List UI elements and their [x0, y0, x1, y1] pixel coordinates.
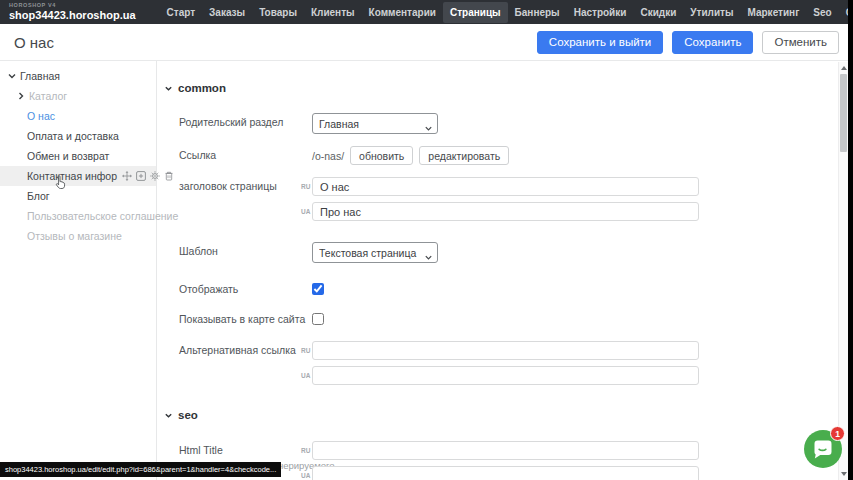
logo[interactable]: HOROSHOP V4 shop34423.horoshop.ua — [0, 1, 146, 23]
menu-item-start[interactable]: Старт — [160, 2, 203, 23]
menu-item-comments[interactable]: Комментарии — [362, 2, 443, 23]
header-buttons: Сохранить и выйти Сохранить Отменить — [537, 31, 839, 54]
menu-item-pages[interactable]: Страницы — [443, 2, 508, 23]
template-row: Шаблон Текстовая страница — [179, 242, 853, 263]
link-label: Ссылка — [179, 146, 312, 165]
menu-item-orders[interactable]: Заказы — [202, 2, 252, 23]
parent-section-select[interactable]: Главная — [312, 113, 438, 134]
main-menu: Старт Заказы Товары Клиенты Комментарии … — [160, 0, 853, 24]
parent-section-row: Родительский раздел Главная — [179, 113, 853, 134]
scrollbar-thumb[interactable] — [840, 74, 847, 152]
alt-link-row: Альтернативная ссылка RU UA — [179, 341, 853, 385]
sidebar-item-kontaktnaya-informatsiya[interactable]: Контактная инфор — [0, 166, 156, 186]
section-header-seo[interactable]: seo — [164, 408, 853, 422]
lang-badge-ua: UA — [301, 466, 312, 480]
save-button[interactable]: Сохранить — [672, 31, 753, 54]
page-edit-form: common Родительский раздел Главная Ссылк… — [157, 61, 853, 480]
chevron-down-icon — [164, 84, 173, 93]
lang-badge-ru: RU — [301, 341, 312, 360]
tree-item-label: Пользовательское соглашение — [27, 210, 178, 222]
tree-item-label: Обмен и возврат — [27, 150, 109, 162]
menu-item-discounts[interactable]: Скидки — [633, 2, 683, 23]
hand-cursor-icon — [54, 175, 68, 190]
sidebar-item-obmen-i-vozvrat[interactable]: Обмен и возврат — [0, 146, 156, 166]
sidebar-item-otzyvy-o-magazine[interactable]: Отзывы о магазине — [0, 226, 156, 246]
parent-section-select-input[interactable]: Главная — [312, 113, 438, 134]
template-label: Шаблон — [179, 242, 312, 261]
topbar: HOROSHOP V4 shop34423.horoshop.ua Старт … — [0, 0, 853, 24]
scroll-up-arrow-icon[interactable] — [841, 66, 847, 70]
page-title-ua-input[interactable] — [312, 202, 699, 221]
tree-item-label: Блог — [27, 190, 50, 202]
html-title-ru-input[interactable] — [312, 441, 699, 460]
menu-item-seo[interactable]: Seo — [806, 2, 838, 23]
chevron-right-icon[interactable] — [16, 91, 26, 101]
menu-item-utilities[interactable]: Утилиты — [683, 2, 740, 23]
edit-link-button[interactable]: редактировать — [419, 146, 509, 165]
sitemap-checkbox[interactable] — [312, 313, 324, 325]
html-title-ua-input[interactable] — [312, 466, 699, 480]
lang-badge-ua: UA — [301, 366, 312, 385]
template-select[interactable]: Текстовая страница — [312, 242, 438, 263]
tree-item-label: Главная — [20, 70, 60, 82]
chat-unread-badge: 1 — [830, 426, 845, 441]
move-icon[interactable] — [122, 171, 132, 181]
alt-link-ua-input[interactable] — [312, 366, 699, 385]
chevron-down-icon[interactable] — [7, 71, 17, 81]
sitemap-label: Показывать в карте сайта — [179, 312, 312, 326]
tree-item-label: Оплата и доставка — [27, 130, 119, 142]
lang-badge-ua: UA — [301, 202, 312, 221]
chevron-down-icon — [164, 411, 173, 420]
parent-section-label: Родительский раздел — [179, 113, 312, 132]
refresh-link-button[interactable]: обновить — [350, 146, 413, 165]
save-and-exit-button[interactable]: Сохранить и выйти — [537, 31, 663, 54]
menu-item-products[interactable]: Товары — [252, 2, 304, 23]
alt-link-ru-input[interactable] — [312, 341, 699, 360]
pages-tree-sidebar: Главная Каталог О нас Оплата и доставка … — [0, 61, 157, 480]
sidebar-item-polzovatelskoe-soglashenie[interactable]: Пользовательское соглашение — [0, 206, 156, 226]
section-title: seo — [178, 409, 198, 421]
chat-widget[interactable]: 1 — [804, 430, 842, 468]
section-title: common — [178, 82, 226, 94]
scroll-down-arrow-icon[interactable] — [841, 472, 847, 476]
template-select-input[interactable]: Текстовая страница — [312, 242, 438, 263]
link-path-value: /o-nas/ — [312, 150, 344, 162]
status-url: shop34423.horoshop.ua/edit/edit.php?id=6… — [0, 462, 281, 477]
page-title-label: заголовок страницы — [179, 177, 301, 196]
tree-item-label: О нас — [27, 110, 55, 122]
page-title-ru-input[interactable] — [312, 177, 699, 196]
display-checkbox[interactable] — [312, 283, 324, 295]
section-header-common[interactable]: common — [164, 81, 853, 95]
logo-domain: shop34423.horoshop.ua — [9, 10, 136, 21]
page-title: О нас — [14, 34, 54, 51]
display-label: Отображать — [179, 282, 312, 296]
tree-item-label: Каталог — [29, 90, 67, 102]
cancel-button[interactable]: Отменить — [762, 31, 839, 54]
sidebar-item-glavnaya[interactable]: Главная — [0, 66, 156, 86]
link-row: Ссылка /o-nas/ обновить редактировать — [179, 146, 853, 165]
logo-version: HOROSHOP V4 — [9, 3, 136, 9]
sidebar-item-katalog[interactable]: Каталог — [0, 86, 156, 106]
menu-item-settings[interactable]: Настройки — [567, 2, 634, 23]
lang-badge-ru: RU — [301, 441, 312, 460]
vertical-scrollbar[interactable] — [838, 62, 848, 480]
sitemap-row: Показывать в карте сайта — [179, 312, 853, 326]
menu-item-banners[interactable]: Баннеры — [508, 2, 567, 23]
html-title-label: Html Title — [179, 444, 301, 458]
page-header: О нас Сохранить и выйти Сохранить Отмени… — [0, 24, 853, 61]
menu-item-clients[interactable]: Клиенты — [304, 2, 362, 23]
alt-link-label: Альтернативная ссылка — [179, 341, 301, 360]
app-window: HOROSHOP V4 shop34423.horoshop.ua Старт … — [0, 0, 853, 480]
page-title-row: заголовок страницы RU UA — [179, 177, 853, 221]
sidebar-item-oplata-i-dostavka[interactable]: Оплата и доставка — [0, 126, 156, 146]
tree-item-label: Контактная инфор — [27, 170, 117, 182]
sidebar-item-blog[interactable]: Блог — [0, 186, 156, 206]
display-row: Отображать — [179, 282, 853, 296]
tree-item-label: Отзывы о магазине — [27, 230, 122, 242]
lang-badge-ru: RU — [301, 177, 312, 196]
sidebar-item-o-nas[interactable]: О нас — [0, 106, 156, 126]
screen-edge — [848, 0, 853, 480]
menu-item-marketing[interactable]: Маркетинг — [741, 2, 807, 23]
add-subpage-icon[interactable] — [136, 171, 146, 181]
